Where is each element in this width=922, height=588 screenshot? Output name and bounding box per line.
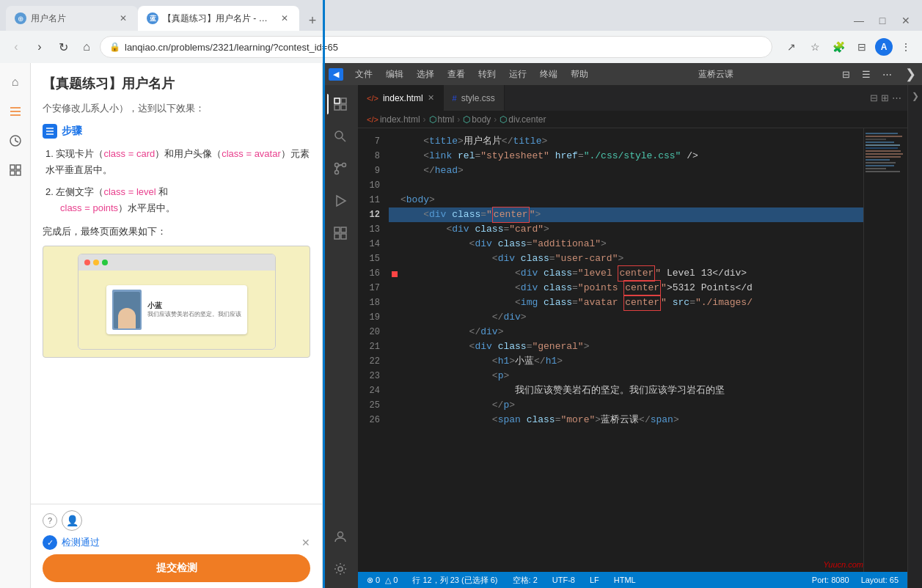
- address-bar[interactable]: 🔒 lanqiao.cn/problems/2321/learning/?con…: [100, 36, 772, 58]
- lock-icon: 🔒: [109, 42, 120, 52]
- svg-line-5: [15, 141, 18, 142]
- status-port[interactable]: Port: 8080: [809, 576, 852, 584]
- minimap: [863, 128, 907, 572]
- editor-split-icon[interactable]: ⊟: [870, 92, 878, 103]
- step-2: 2. 左侧文字（class = level 和 class = points）水…: [43, 184, 310, 216]
- breadcrumb-html[interactable]: ⬡ html: [429, 114, 455, 125]
- error-indicator: [392, 271, 398, 277]
- dismiss-detect-button[interactable]: ✕: [301, 537, 310, 548]
- status-errors[interactable]: ⊗ 0 △ 0: [364, 576, 400, 585]
- tab-title-2: 【真题练习】用户名片 - 蓝桥云...: [163, 12, 274, 25]
- steps-icon: [43, 124, 57, 139]
- sidebar-button[interactable]: ⊟: [852, 37, 872, 57]
- vscode-panel: ◀ 文件 编辑 选择 查看 转到 运行 终端 帮助 蓝桥云课 ⊟ ☰ ⋯ ❯: [323, 63, 922, 588]
- new-tab-button[interactable]: +: [302, 10, 323, 31]
- tab-index-html[interactable]: </> index.html ✕: [358, 85, 444, 111]
- vscode-right-sidebar: ❯: [907, 85, 922, 588]
- svg-rect-16: [341, 105, 346, 110]
- svg-point-20: [335, 171, 339, 174]
- menu-view[interactable]: 查看: [442, 67, 471, 82]
- minimize-button[interactable]: —: [849, 10, 869, 31]
- status-line-col[interactable]: 行 12，列 23 (已选择 6): [409, 575, 500, 586]
- activity-account[interactable]: [327, 523, 354, 550]
- tab-lanqiao[interactable]: 蓝 【真题练习】用户名片 - 蓝桥云... ✕: [138, 6, 299, 31]
- tab-name-css: style.css: [461, 93, 495, 103]
- maximize-button[interactable]: □: [872, 10, 893, 31]
- breadcrumb: </> index.html › ⬡ html › ⬡ body ›: [358, 111, 907, 128]
- vscode-sidebar-toggle[interactable]: ☰: [857, 67, 875, 81]
- menu-run[interactable]: 运行: [503, 67, 533, 82]
- vscode-title: 蓝桥云课: [597, 68, 835, 81]
- breadcrumb-divCenter[interactable]: ⬡ div.center: [500, 114, 546, 125]
- browser-controls: ‹ › ↻ ⌂ 🔒 lanqiao.cn/problems/2321/learn…: [0, 31, 922, 63]
- detect-label: 检测通过: [62, 536, 100, 549]
- activity-explorer[interactable]: [327, 91, 354, 117]
- status-line-ending[interactable]: LF: [587, 576, 602, 584]
- bookmark-button[interactable]: ☆: [805, 37, 825, 57]
- activity-search[interactable]: [327, 123, 354, 150]
- breadcrumb-file[interactable]: </> index.html: [367, 114, 420, 125]
- home-button[interactable]: ⌂: [76, 37, 97, 57]
- tab-icon-lanqiao: 蓝: [147, 12, 158, 24]
- problem-desc: 个安修改儿系人小），达到以下效果：: [43, 101, 310, 117]
- help-icon[interactable]: ?: [43, 513, 57, 528]
- code-line-12: <div class="center">: [389, 207, 863, 222]
- menu-terminal[interactable]: 终端: [534, 67, 563, 82]
- code-editor[interactable]: 7 8 9 10 11 12 13 14 15 16 17 18 19 20: [358, 128, 907, 572]
- back-button[interactable]: ‹: [6, 37, 26, 57]
- code-line-13: <div class="card">: [389, 222, 863, 237]
- code-line-22: <h1>小蓝</h1>: [389, 354, 863, 369]
- vscode-layout-icon[interactable]: ⊟: [838, 67, 855, 81]
- right-sidebar-toggle[interactable]: ❯: [909, 88, 922, 104]
- sidebar-clock-icon[interactable]: [4, 129, 27, 152]
- reload-button[interactable]: ↻: [53, 37, 73, 57]
- sidebar-puzzle-icon[interactable]: [4, 158, 27, 182]
- activity-git[interactable]: [327, 155, 354, 182]
- status-language[interactable]: HTML: [611, 576, 639, 584]
- status-encoding[interactable]: UTF-8: [549, 576, 578, 584]
- menu-goto[interactable]: 转到: [472, 67, 502, 82]
- editor-more-icon[interactable]: ⋯: [892, 92, 901, 103]
- profile-button[interactable]: A: [875, 38, 893, 56]
- activity-extensions[interactable]: [327, 220, 354, 246]
- forward-button[interactable]: ›: [29, 37, 50, 57]
- vscode-expand-icon[interactable]: ❯: [905, 66, 916, 82]
- breadcrumb-body[interactable]: ⬡ body: [463, 114, 491, 125]
- main-content: ⌂ 【真题练习】用户名片 个安修改儿系人小），达到以下效果：: [0, 63, 922, 588]
- page-title: 【真题练习】用户名片: [43, 75, 310, 92]
- step-1: 1. 实现卡片（class = card）和用户头像（class = avata…: [43, 146, 310, 178]
- menu-button[interactable]: ⋮: [896, 37, 916, 57]
- detect-passed-row: ✓ 检测通过 ✕: [43, 535, 310, 550]
- share-button[interactable]: ↗: [781, 37, 802, 57]
- editor-tab-actions: ⊟ ⊞ ⋯: [870, 92, 907, 103]
- tab-bar: ⊕ 用户名片 ✕ 蓝 【真题练习】用户名片 - 蓝桥云... ✕ + — □ ✕: [0, 0, 922, 31]
- steps-label: 步骤: [62, 125, 82, 138]
- tab-style-css[interactable]: # style.css: [444, 85, 505, 111]
- vscode-more-icon[interactable]: ⋯: [878, 67, 896, 81]
- person-icon[interactable]: 👤: [62, 510, 82, 531]
- menu-help[interactable]: 帮助: [565, 67, 594, 82]
- sidebar-steps-icon[interactable]: [4, 100, 27, 123]
- left-panel: ⌂ 【真题练习】用户名片 个安修改儿系人小），达到以下效果：: [0, 63, 323, 588]
- tab-usercard[interactable]: ⊕ 用户名片 ✕: [6, 6, 138, 31]
- sidebar-home-icon[interactable]: ⌂: [4, 70, 27, 94]
- status-spaces[interactable]: 空格: 2: [510, 575, 541, 586]
- editor-layout-icon[interactable]: ⊞: [881, 92, 889, 103]
- svg-rect-8: [10, 171, 15, 175]
- submit-button[interactable]: 提交检测: [43, 554, 310, 582]
- menu-edit[interactable]: 编辑: [380, 67, 409, 82]
- activity-settings[interactable]: [327, 556, 354, 582]
- tab-close-2[interactable]: ✕: [279, 12, 290, 24]
- error-count: ⊗ 0: [367, 576, 380, 585]
- status-layout[interactable]: Layout: 65: [858, 576, 901, 584]
- tab-html-close[interactable]: ✕: [428, 93, 434, 103]
- completion-text: 完成后，最终页面效果如下：: [43, 225, 310, 238]
- menu-select[interactable]: 选择: [411, 67, 440, 82]
- extension-button[interactable]: 🧩: [828, 37, 849, 57]
- menu-file[interactable]: 文件: [349, 67, 378, 82]
- vscode-window-controls: ⊟ ☰ ⋯ ❯: [838, 66, 916, 82]
- code-line-10: [389, 178, 863, 193]
- close-window-button[interactable]: ✕: [896, 10, 916, 31]
- tab-close-1[interactable]: ✕: [117, 12, 129, 24]
- activity-debug[interactable]: [327, 188, 354, 214]
